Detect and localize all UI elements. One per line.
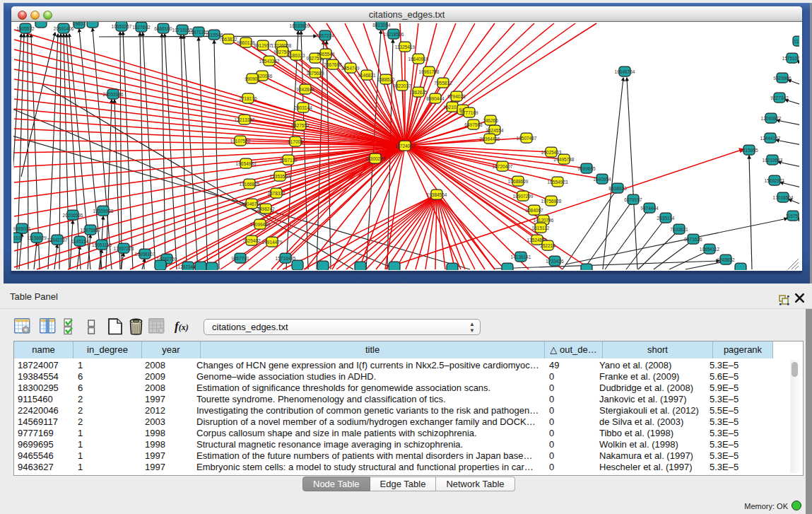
svg-text:917006: 917006 (288, 139, 303, 144)
svg-text:990901: 990901 (245, 76, 260, 81)
svg-text:746266: 746266 (483, 118, 498, 123)
svg-text:3624554: 3624554 (486, 128, 504, 133)
svg-text:20206536: 20206536 (63, 213, 83, 218)
svg-text:252214: 252214 (540, 243, 555, 248)
svg-text:9365001: 9365001 (13, 226, 31, 231)
svg-text:9329966: 9329966 (773, 76, 792, 81)
svg-text:17016504: 17016504 (773, 195, 794, 200)
svg-text:16033809: 16033809 (290, 23, 310, 28)
svg-text:14136141: 14136141 (511, 255, 531, 259)
svg-text:9146821: 9146821 (358, 73, 376, 78)
svg-text:10025433: 10025433 (541, 150, 562, 155)
svg-text:14914479: 14914479 (262, 240, 283, 245)
svg-text:14099489: 14099489 (250, 222, 271, 227)
svg-text:7663822: 7663822 (219, 37, 237, 42)
svg-text:24495748: 24495748 (554, 157, 575, 162)
svg-text:2367608: 2367608 (324, 62, 342, 67)
svg-text:391537: 391537 (13, 235, 23, 240)
svg-text:10975887: 10975887 (81, 228, 101, 233)
svg-text:20691406: 20691406 (54, 26, 74, 31)
svg-text:12093872: 12093872 (761, 116, 782, 121)
svg-text:3578334: 3578334 (267, 191, 286, 196)
svg-text:2803144: 2803144 (294, 105, 312, 110)
svg-text:15051115: 15051115 (92, 243, 112, 247)
svg-text:17957223: 17957223 (114, 246, 134, 251)
svg-text:10507487: 10507487 (517, 136, 537, 141)
svg-text:10654112: 10654112 (700, 247, 720, 252)
svg-text:11325419: 11325419 (395, 45, 416, 49)
svg-text:2935114: 2935114 (657, 216, 675, 221)
svg-text:116753: 116753 (785, 214, 799, 218)
svg-text:19756928: 19756928 (541, 199, 562, 204)
svg-text:10046790: 10046790 (242, 201, 262, 206)
svg-text:19218506: 19218506 (384, 32, 404, 37)
svg-text:9322037: 9322037 (393, 83, 411, 88)
svg-text:9777169: 9777169 (460, 110, 478, 115)
svg-text:1145114: 1145114 (71, 239, 89, 244)
svg-text:1505572: 1505572 (16, 26, 35, 31)
svg-text:8186323: 8186323 (287, 53, 305, 58)
svg-text:9465546: 9465546 (317, 52, 335, 57)
svg-text:16210643: 16210643 (763, 158, 783, 163)
svg-text:7955812: 7955812 (434, 81, 452, 86)
svg-text:15716485: 15716485 (276, 256, 296, 261)
svg-text:19654983: 19654983 (236, 161, 257, 166)
svg-text:16554923: 16554923 (548, 180, 568, 185)
svg-text:6794028: 6794028 (447, 94, 466, 99)
svg-text:16648784: 16648784 (615, 69, 635, 74)
svg-text:12444157: 12444157 (760, 136, 781, 141)
svg-text:11156829: 11156829 (27, 235, 47, 240)
svg-text:17359928: 17359928 (93, 209, 114, 214)
svg-text:9427552: 9427552 (291, 123, 310, 128)
svg-text:19166825: 19166825 (240, 182, 260, 187)
svg-text:6497568: 6497568 (464, 122, 483, 127)
svg-text:18724007: 18724007 (395, 144, 416, 148)
svg-text:16640910: 16640910 (408, 57, 429, 62)
svg-text:9084067: 9084067 (525, 208, 543, 213)
svg-text:19837: 19837 (73, 22, 86, 26)
svg-text:1615112: 1615112 (532, 226, 550, 230)
svg-text:10107552: 10107552 (230, 139, 251, 144)
svg-text:19384554: 19384554 (427, 192, 447, 197)
svg-text:7632621: 7632621 (670, 227, 688, 232)
svg-text:7625402: 7625402 (242, 238, 261, 243)
svg-text:1733426: 1733426 (546, 259, 564, 264)
svg-text:16961758: 16961758 (419, 69, 440, 74)
svg-text:20364436: 20364436 (480, 136, 500, 141)
svg-text:8813054: 8813054 (372, 23, 391, 28)
svg-text:2718176: 2718176 (239, 96, 257, 101)
svg-text:1527602: 1527602 (132, 25, 151, 30)
svg-text:3498242: 3498242 (257, 206, 275, 211)
svg-text:8471626: 8471626 (684, 237, 702, 242)
svg-text:9699695: 9699695 (577, 166, 596, 171)
svg-text:3875685: 3875685 (306, 71, 324, 76)
svg-text:12353594: 12353594 (270, 174, 290, 179)
svg-text:3267110: 3267110 (280, 158, 298, 163)
svg-text:9474444: 9474444 (640, 206, 659, 211)
svg-text:18907299: 18907299 (513, 194, 534, 199)
svg-text:9860128: 9860128 (237, 40, 255, 45)
svg-text:9245652: 9245652 (717, 257, 735, 262)
svg-text:6379197: 6379197 (624, 197, 642, 202)
svg-text:1362635: 1362635 (409, 90, 428, 95)
svg-text:9457791: 9457791 (231, 256, 249, 261)
svg-text:1117: 1117 (794, 39, 799, 44)
svg-text:9227342: 9227342 (770, 95, 789, 100)
svg-text:1588520: 1588520 (377, 77, 395, 82)
svg-text:15720407: 15720407 (493, 164, 513, 169)
svg-text:12342737: 12342737 (47, 238, 68, 243)
svg-text:8990444: 8990444 (426, 96, 445, 101)
svg-text:8938923: 8938923 (608, 186, 627, 191)
svg-text:15751074: 15751074 (782, 56, 799, 61)
svg-text:6466160: 6466160 (154, 26, 172, 31)
svg-text:16543362: 16543362 (259, 59, 280, 64)
svg-text:15692971: 15692971 (765, 178, 785, 183)
svg-text:1640954: 1640954 (593, 177, 611, 182)
svg-text:14120746: 14120746 (534, 218, 554, 223)
svg-text:10958107: 10958107 (135, 252, 155, 257)
svg-text:18300295: 18300295 (365, 156, 386, 161)
svg-text:10653257: 10653257 (112, 24, 132, 29)
svg-text:3215955: 3215955 (740, 148, 758, 153)
svg-text:10688609: 10688609 (508, 179, 529, 184)
svg-text:8454749: 8454749 (341, 66, 360, 71)
